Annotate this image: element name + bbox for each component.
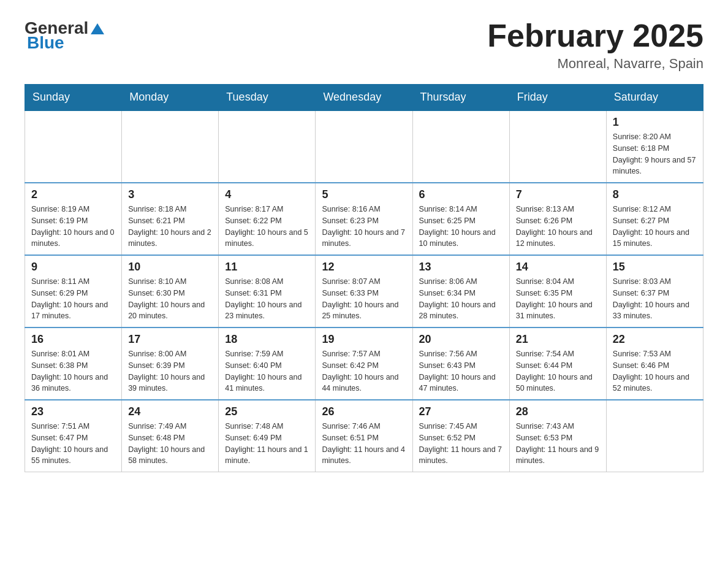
calendar-cell: 16Sunrise: 8:01 AM Sunset: 6:38 PM Dayli…	[25, 327, 122, 400]
day-info: Sunrise: 7:43 AM Sunset: 6:53 PM Dayligh…	[516, 421, 600, 467]
weekday-friday: Friday	[509, 85, 606, 111]
day-info: Sunrise: 7:46 AM Sunset: 6:51 PM Dayligh…	[322, 421, 406, 467]
calendar-cell	[122, 110, 219, 183]
day-info: Sunrise: 8:16 AM Sunset: 6:23 PM Dayligh…	[322, 204, 406, 250]
logo-arrow-icon	[91, 22, 104, 36]
calendar-cell: 18Sunrise: 7:59 AM Sunset: 6:40 PM Dayli…	[219, 327, 316, 400]
day-number: 8	[613, 188, 697, 201]
calendar-header: SundayMondayTuesdayWednesdayThursdayFrid…	[25, 85, 703, 111]
calendar-week-row: 23Sunrise: 7:51 AM Sunset: 6:47 PM Dayli…	[25, 400, 703, 472]
day-info: Sunrise: 7:53 AM Sunset: 6:46 PM Dayligh…	[613, 348, 697, 394]
day-info: Sunrise: 8:12 AM Sunset: 6:27 PM Dayligh…	[613, 204, 697, 250]
weekday-saturday: Saturday	[606, 85, 703, 111]
calendar-cell: 24Sunrise: 7:49 AM Sunset: 6:48 PM Dayli…	[122, 400, 219, 472]
day-number: 9	[31, 261, 115, 274]
day-number: 14	[516, 261, 600, 274]
day-number: 25	[225, 405, 309, 418]
day-number: 3	[128, 188, 212, 201]
day-info: Sunrise: 8:13 AM Sunset: 6:26 PM Dayligh…	[516, 204, 600, 250]
calendar-cell	[25, 110, 122, 183]
calendar-body: 1Sunrise: 8:20 AM Sunset: 6:18 PM Daylig…	[25, 110, 703, 472]
day-info: Sunrise: 8:14 AM Sunset: 6:25 PM Dayligh…	[419, 204, 503, 250]
calendar-cell: 28Sunrise: 7:43 AM Sunset: 6:53 PM Dayli…	[509, 400, 606, 472]
calendar-cell: 4Sunrise: 8:17 AM Sunset: 6:22 PM Daylig…	[219, 183, 316, 255]
day-number: 2	[31, 188, 115, 201]
day-number: 5	[322, 188, 406, 201]
day-number: 15	[613, 261, 697, 274]
calendar-cell	[412, 110, 509, 183]
calendar-cell: 19Sunrise: 7:57 AM Sunset: 6:42 PM Dayli…	[316, 327, 412, 400]
calendar-cell: 8Sunrise: 8:12 AM Sunset: 6:27 PM Daylig…	[606, 183, 703, 255]
day-info: Sunrise: 8:00 AM Sunset: 6:39 PM Dayligh…	[128, 348, 212, 394]
weekday-wednesday: Wednesday	[316, 85, 412, 111]
weekday-monday: Monday	[122, 85, 219, 111]
day-info: Sunrise: 8:20 AM Sunset: 6:18 PM Dayligh…	[613, 131, 697, 177]
day-number: 7	[516, 188, 600, 201]
day-info: Sunrise: 7:48 AM Sunset: 6:49 PM Dayligh…	[225, 421, 309, 467]
calendar-week-row: 2Sunrise: 8:19 AM Sunset: 6:19 PM Daylig…	[25, 183, 703, 255]
location-text: Monreal, Navarre, Spain	[487, 56, 703, 72]
day-number: 27	[419, 405, 503, 418]
weekday-sunday: Sunday	[25, 85, 122, 111]
day-info: Sunrise: 7:57 AM Sunset: 6:42 PM Dayligh…	[322, 348, 406, 394]
calendar-cell	[316, 110, 412, 183]
page-header: General Blue February 2025 Monreal, Nava…	[25, 18, 703, 72]
day-info: Sunrise: 8:01 AM Sunset: 6:38 PM Dayligh…	[31, 348, 115, 394]
day-info: Sunrise: 8:10 AM Sunset: 6:30 PM Dayligh…	[128, 276, 212, 322]
calendar-cell: 11Sunrise: 8:08 AM Sunset: 6:31 PM Dayli…	[219, 255, 316, 327]
day-info: Sunrise: 8:17 AM Sunset: 6:22 PM Dayligh…	[225, 204, 309, 250]
day-info: Sunrise: 8:08 AM Sunset: 6:31 PM Dayligh…	[225, 276, 309, 322]
day-number: 21	[516, 333, 600, 346]
day-info: Sunrise: 7:45 AM Sunset: 6:52 PM Dayligh…	[419, 421, 503, 467]
day-info: Sunrise: 7:56 AM Sunset: 6:43 PM Dayligh…	[419, 348, 503, 394]
day-number: 26	[322, 405, 406, 418]
logo-blue-text: Blue	[27, 33, 64, 53]
calendar-cell: 15Sunrise: 8:03 AM Sunset: 6:37 PM Dayli…	[606, 255, 703, 327]
calendar-cell: 6Sunrise: 8:14 AM Sunset: 6:25 PM Daylig…	[412, 183, 509, 255]
day-number: 19	[322, 333, 406, 346]
calendar-cell	[509, 110, 606, 183]
weekday-header-row: SundayMondayTuesdayWednesdayThursdayFrid…	[25, 85, 703, 111]
day-number: 4	[225, 188, 309, 201]
day-number: 24	[128, 405, 212, 418]
calendar-cell: 7Sunrise: 8:13 AM Sunset: 6:26 PM Daylig…	[509, 183, 606, 255]
weekday-thursday: Thursday	[412, 85, 509, 111]
calendar-cell: 21Sunrise: 7:54 AM Sunset: 6:44 PM Dayli…	[509, 327, 606, 400]
calendar-cell	[606, 400, 703, 472]
day-info: Sunrise: 7:51 AM Sunset: 6:47 PM Dayligh…	[31, 421, 115, 467]
day-number: 11	[225, 261, 309, 274]
day-info: Sunrise: 8:03 AM Sunset: 6:37 PM Dayligh…	[613, 276, 697, 322]
calendar-cell: 25Sunrise: 7:48 AM Sunset: 6:49 PM Dayli…	[219, 400, 316, 472]
day-info: Sunrise: 8:11 AM Sunset: 6:29 PM Dayligh…	[31, 276, 115, 322]
day-number: 23	[31, 405, 115, 418]
day-info: Sunrise: 7:59 AM Sunset: 6:40 PM Dayligh…	[225, 348, 309, 394]
calendar-table: SundayMondayTuesdayWednesdayThursdayFrid…	[25, 84, 703, 472]
calendar-cell: 12Sunrise: 8:07 AM Sunset: 6:33 PM Dayli…	[316, 255, 412, 327]
day-number: 10	[128, 261, 212, 274]
calendar-week-row: 16Sunrise: 8:01 AM Sunset: 6:38 PM Dayli…	[25, 327, 703, 400]
calendar-cell: 3Sunrise: 8:18 AM Sunset: 6:21 PM Daylig…	[122, 183, 219, 255]
day-number: 17	[128, 333, 212, 346]
day-info: Sunrise: 8:18 AM Sunset: 6:21 PM Dayligh…	[128, 204, 212, 250]
day-info: Sunrise: 7:49 AM Sunset: 6:48 PM Dayligh…	[128, 421, 212, 467]
calendar-cell: 2Sunrise: 8:19 AM Sunset: 6:19 PM Daylig…	[25, 183, 122, 255]
day-number: 20	[419, 333, 503, 346]
calendar-week-row: 1Sunrise: 8:20 AM Sunset: 6:18 PM Daylig…	[25, 110, 703, 183]
day-number: 18	[225, 333, 309, 346]
day-number: 28	[516, 405, 600, 418]
day-info: Sunrise: 8:07 AM Sunset: 6:33 PM Dayligh…	[322, 276, 406, 322]
calendar-cell: 9Sunrise: 8:11 AM Sunset: 6:29 PM Daylig…	[25, 255, 122, 327]
weekday-tuesday: Tuesday	[219, 85, 316, 111]
calendar-cell: 1Sunrise: 8:20 AM Sunset: 6:18 PM Daylig…	[606, 110, 703, 183]
calendar-cell: 17Sunrise: 8:00 AM Sunset: 6:39 PM Dayli…	[122, 327, 219, 400]
day-number: 22	[613, 333, 697, 346]
calendar-cell: 20Sunrise: 7:56 AM Sunset: 6:43 PM Dayli…	[412, 327, 509, 400]
calendar-cell: 23Sunrise: 7:51 AM Sunset: 6:47 PM Dayli…	[25, 400, 122, 472]
day-info: Sunrise: 8:19 AM Sunset: 6:19 PM Dayligh…	[31, 204, 115, 250]
calendar-cell: 22Sunrise: 7:53 AM Sunset: 6:46 PM Dayli…	[606, 327, 703, 400]
day-info: Sunrise: 8:06 AM Sunset: 6:34 PM Dayligh…	[419, 276, 503, 322]
day-number: 13	[419, 261, 503, 274]
day-number: 12	[322, 261, 406, 274]
month-title: February 2025	[487, 18, 703, 53]
calendar-cell: 5Sunrise: 8:16 AM Sunset: 6:23 PM Daylig…	[316, 183, 412, 255]
